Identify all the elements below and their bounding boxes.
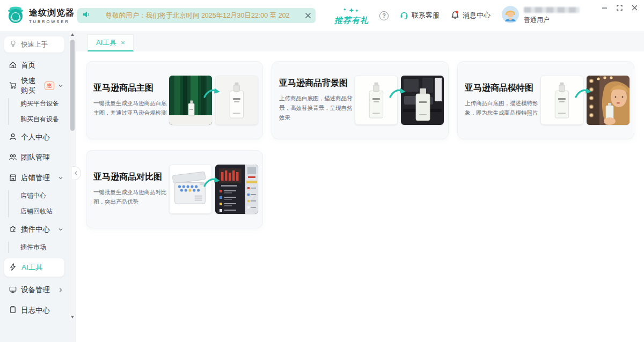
home-icon [9, 61, 17, 71]
ai-icon [9, 263, 17, 273]
window-controls [600, 3, 639, 12]
transform-arrow-icon [202, 175, 221, 191]
speaker-icon [82, 10, 90, 21]
after-image [587, 76, 630, 125]
sidebar-item-device-management[interactable]: 设备管理 [0, 280, 69, 300]
sidebar-item-label: 日志中心 [21, 306, 50, 315]
header-actions: 推荐有礼 ? 联系客服 [334, 5, 644, 26]
sidebar-item-log-center[interactable]: 日志中心 [0, 300, 69, 321]
device-icon [9, 285, 17, 295]
bulb-icon [9, 40, 17, 49]
close-icon[interactable] [630, 3, 639, 12]
card-preview [540, 76, 630, 125]
card-title: 亚马逊商品对比图 [93, 172, 167, 183]
app-title: 途纹浏览器 [29, 8, 75, 19]
tool-card-grid: 亚马逊商品主图 一键批量生成亚马逊商品白底主图，并通过亚马逊合规检测 [76, 51, 644, 342]
scrollbar-down-arrow[interactable] [71, 316, 74, 318]
card-amazon-comparison-image[interactable]: 亚马逊商品对比图 一键批量生成亚马逊商品对比图，突出产品优势 [86, 150, 263, 228]
app-logo: 途纹浏览器 TUBROWSER [0, 5, 76, 26]
announcement-text: 尊敬的用户：我们将于北京时间 2025年12月30日22:00 至 202 [93, 11, 302, 20]
app-header: 途纹浏览器 TUBROWSER 尊敬的用户：我们将于北京时间 2025年12月3… [0, 0, 644, 31]
sidebar-item-buy-platform-device[interactable]: 购买平台设备 [0, 96, 69, 111]
chevron-down-icon [58, 83, 63, 88]
quick-start-label: 快速上手 [21, 40, 48, 49]
sidebar-item-plugin-center[interactable]: 插件中心 [0, 219, 69, 240]
sidebar-item-quick-buy[interactable]: 快速购买 惠 [0, 76, 69, 96]
headset-icon [399, 10, 409, 21]
chevron-down-icon [58, 175, 63, 181]
chevron-down-icon [58, 227, 63, 232]
tab-ai-tools[interactable]: AI工具 × [87, 34, 134, 51]
referral-stars-icon [342, 8, 361, 16]
user-icon [9, 132, 17, 143]
sidebar-item-home[interactable]: 首页 [0, 55, 69, 76]
tab-label: AI工具 [96, 38, 116, 48]
card-amazon-model-image[interactable]: 亚马逊商品模特图 上传商品白底图，描述模特形象，即为您生成商品模特照片 [457, 61, 634, 139]
sidebar-item-label: 个人中心 [21, 132, 50, 142]
bell-icon [450, 10, 460, 21]
announcement-banner: 尊敬的用户：我们将于北京时间 2025年12月30日22:00 至 202 [77, 8, 316, 23]
minimize-icon[interactable] [600, 3, 609, 12]
message-center-button[interactable]: 消息中心 [450, 10, 491, 21]
chevron-left-icon [74, 168, 78, 178]
card-preview [169, 165, 258, 214]
user-menu[interactable]: 普通用户 [501, 5, 580, 26]
sidebar-item-label: AI工具 [21, 263, 43, 272]
sidebar-item-personal-center[interactable]: 个人中心 [0, 127, 69, 147]
shop-subgroup: 店铺中心 店铺回收站 [0, 188, 69, 219]
card-title: 亚马逊商品模特图 [465, 83, 539, 94]
quick-buy-subgroup: 购买平台设备 购买自有设备 [0, 96, 69, 127]
contact-support-label: 联系客服 [412, 11, 440, 20]
contact-support-button[interactable]: 联系客服 [399, 10, 440, 21]
card-amazon-background-image[interactable]: 亚马逊商品背景图 上传商品白底图，描述商品背景，高效替换背景，呈现自然效果 [272, 61, 449, 139]
cart-icon [9, 81, 17, 91]
message-center-label: 消息中心 [463, 11, 491, 20]
plugin-icon [9, 225, 17, 235]
referral-button[interactable]: 推荐有礼 [334, 8, 369, 24]
scrollbar-thumb[interactable] [70, 40, 75, 131]
sidebar-item-label: 店铺管理 [21, 173, 50, 183]
team-icon [9, 153, 17, 163]
sidebar-item-plugin-market[interactable]: 插件市场 [0, 240, 69, 255]
log-icon [9, 306, 17, 316]
sidebar-item-shop-center[interactable]: 店铺中心 [0, 188, 69, 204]
card-title: 亚马逊商品背景图 [279, 78, 353, 89]
card-title: 亚马逊商品主图 [93, 83, 167, 94]
main-content: AI工具 × 亚马逊商品主图 一键批量生成亚马逊商品白底主图，并通过亚马逊合规检… [76, 31, 644, 342]
logo-icon [6, 5, 25, 26]
referral-label: 推荐有礼 [334, 16, 369, 24]
app-subtitle: TUBROWSER [29, 19, 75, 24]
sidebar-item-label: 团队管理 [21, 153, 50, 162]
after-image [215, 165, 258, 214]
transform-arrow-icon [388, 86, 406, 102]
maximize-icon[interactable] [615, 3, 624, 12]
sidebar-item-shop-management[interactable]: 店铺管理 [0, 168, 69, 188]
chevron-right-icon [58, 287, 63, 293]
help-icon[interactable]: ? [379, 11, 389, 20]
card-preview [355, 76, 444, 125]
promo-badge: 惠 [45, 81, 54, 90]
tab-close-icon[interactable]: × [121, 39, 125, 47]
sidebar-item-ai-tools[interactable]: AI工具 [4, 258, 64, 277]
after-image [215, 76, 258, 125]
avatar [501, 5, 519, 26]
user-role: 普通用户 [524, 16, 580, 25]
transform-arrow-icon [574, 86, 592, 102]
transform-arrow-icon [202, 86, 221, 102]
user-name-redacted [524, 7, 580, 13]
card-description: 一键批量生成亚马逊商品对比图，突出产品优势 [93, 188, 167, 207]
scrollbar-up-arrow[interactable] [71, 33, 74, 36]
app-window: 途纹浏览器 TUBROWSER 尊敬的用户：我们将于北京时间 2025年12月3… [0, 0, 644, 342]
card-description: 一键批量生成亚马逊商品白底主图，并通过亚马逊合规检测 [93, 99, 167, 118]
sidebar-item-quick-start[interactable]: 快速上手 [4, 36, 64, 53]
sidebar-item-shop-recycle[interactable]: 店铺回收站 [0, 204, 69, 219]
sidebar-item-buy-own-device[interactable]: 购买自有设备 [0, 111, 69, 127]
sidebar-item-label: 快速购买 [21, 76, 38, 95]
sidebar-item-team-management[interactable]: 团队管理 [0, 147, 69, 168]
card-preview [169, 76, 258, 125]
sidebar: 快速上手 首页 [0, 31, 76, 342]
banner-close-icon[interactable] [305, 12, 311, 19]
plugin-subgroup: 插件市场 [0, 240, 69, 255]
shop-icon [9, 173, 17, 183]
card-amazon-main-image[interactable]: 亚马逊商品主图 一键批量生成亚马逊商品白底主图，并通过亚马逊合规检测 [86, 61, 263, 139]
